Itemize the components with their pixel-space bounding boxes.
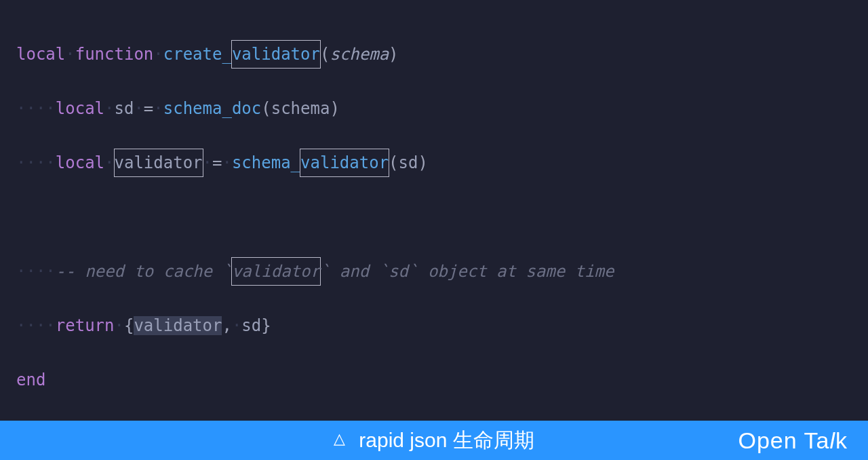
whitespace: ···· bbox=[16, 99, 56, 118]
paren-close: ) bbox=[330, 99, 339, 118]
identifier: sd bbox=[241, 316, 261, 335]
keyword-end: end bbox=[16, 370, 45, 389]
highlighted-validator: validator bbox=[300, 149, 389, 177]
highlighted-validator: validator bbox=[231, 40, 321, 69]
code-line-empty[interactable] bbox=[16, 204, 852, 231]
keyword-local: local bbox=[56, 153, 104, 172]
code-line[interactable]: ····local·validator·=·schema_validator(s… bbox=[16, 149, 852, 176]
keyword-local: local bbox=[16, 45, 65, 64]
brand-text: k bbox=[835, 427, 848, 453]
function-name: create_ bbox=[163, 45, 232, 64]
code-line[interactable]: local·function·create_validator(schema) bbox=[16, 41, 852, 68]
argument: schema bbox=[271, 99, 330, 118]
paren-open: ( bbox=[389, 153, 398, 172]
equals: = bbox=[144, 99, 153, 118]
triangle-icon: △ bbox=[334, 430, 345, 448]
code-editor[interactable]: local·function·create_validator(schema) … bbox=[0, 0, 868, 460]
footer-title: rapid json 生命周期 bbox=[359, 427, 534, 455]
parameter: schema bbox=[330, 45, 389, 64]
keyword-return: return bbox=[56, 316, 115, 335]
whitespace: · bbox=[222, 153, 231, 172]
whitespace: · bbox=[203, 153, 212, 172]
whitespace: · bbox=[134, 99, 143, 118]
brace-open: { bbox=[124, 316, 134, 335]
whitespace: · bbox=[153, 45, 163, 64]
code-line[interactable]: ····-- need to cache `validator` and `sd… bbox=[16, 258, 852, 285]
whitespace: · bbox=[104, 99, 114, 118]
whitespace: ···· bbox=[16, 262, 56, 281]
whitespace: ···· bbox=[16, 153, 56, 172]
paren-open: ( bbox=[320, 45, 330, 64]
whitespace: · bbox=[65, 45, 75, 64]
whitespace: · bbox=[104, 153, 114, 172]
whitespace: · bbox=[115, 316, 124, 335]
argument: sd bbox=[399, 153, 418, 172]
whitespace: · bbox=[153, 99, 163, 118]
brand-text: Open Ta bbox=[738, 427, 830, 453]
code-line[interactable]: ····return·{validator,·sd} bbox=[16, 312, 852, 339]
paren-close: ) bbox=[418, 153, 427, 172]
whitespace: ···· bbox=[16, 316, 56, 335]
highlighted-validator: validator bbox=[231, 257, 321, 286]
brand-text-slant: l bbox=[829, 427, 835, 453]
paren-open: ( bbox=[261, 99, 271, 118]
code-line[interactable]: end bbox=[16, 366, 852, 394]
keyword-function: function bbox=[75, 45, 154, 64]
brace-close: } bbox=[261, 316, 271, 335]
keyword-local: local bbox=[56, 99, 104, 118]
whitespace: · bbox=[232, 316, 241, 335]
identifier: sd bbox=[115, 99, 134, 118]
highlighted-validator: validator bbox=[114, 149, 203, 177]
footer-title-group: △ rapid json 生命周期 bbox=[334, 427, 534, 455]
brand-logo: Open Talk bbox=[738, 427, 848, 454]
code-line[interactable]: ····local·sd·=·schema_doc(schema) bbox=[16, 95, 852, 122]
comment: -- need to cache ` bbox=[56, 262, 232, 281]
function-call: schema_ bbox=[232, 153, 300, 172]
function-call: schema_doc bbox=[163, 99, 262, 118]
selected-validator: validator bbox=[134, 316, 222, 335]
footer-bar: △ rapid json 生命周期 Open Talk bbox=[0, 421, 868, 460]
comma: , bbox=[222, 316, 231, 335]
comment: ` and `sd` object at same time bbox=[320, 262, 614, 281]
paren-close: ) bbox=[389, 45, 398, 64]
equals: = bbox=[212, 153, 222, 172]
